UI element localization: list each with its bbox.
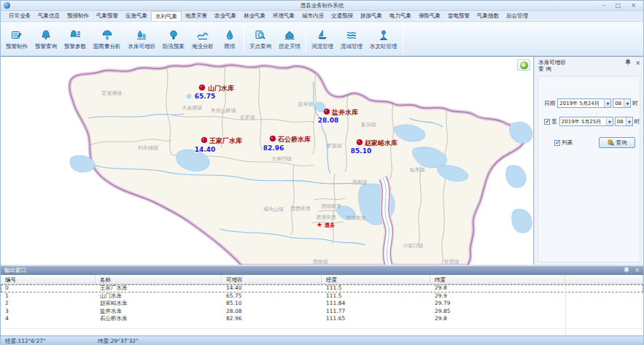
status-latitude: 纬度:29°37'32" bbox=[98, 338, 138, 345]
panel-section-title: 查 询 bbox=[538, 66, 640, 72]
date-label: 日期 bbox=[544, 100, 555, 107]
pin-icon[interactable] bbox=[625, 59, 631, 67]
tab-weather-warning[interactable]: 气象预警 bbox=[93, 11, 122, 21]
history-disaster-button[interactable]: 历史灾情 bbox=[275, 22, 304, 55]
hydro-station-mgmt-button[interactable]: 水文站管理 bbox=[366, 22, 401, 55]
table-header: 编号 名称 可增容 经度 纬度 bbox=[1, 275, 643, 284]
query-button[interactable]: 查询 bbox=[599, 137, 635, 148]
tab-insurance[interactable]: 保险气象 bbox=[415, 11, 444, 21]
table-row[interactable]: 3盐井水库 28.08111.77 29.85 bbox=[1, 308, 643, 316]
tab-env-weather[interactable]: 环境气象 bbox=[269, 11, 298, 21]
pin-icon[interactable] bbox=[624, 267, 629, 275]
col-longitude[interactable]: 经度 bbox=[322, 275, 430, 284]
menu-bar: 日常业务 气象信息 预报制作 气象预警 应急气象 水利气象 地质灾害 农业气象 … bbox=[1, 11, 643, 22]
tab-weather-info[interactable]: 气象信息 bbox=[34, 11, 63, 21]
tab-water-weather[interactable]: 水利气象 bbox=[151, 11, 182, 21]
tab-forest-weather[interactable]: 林业气象 bbox=[240, 11, 269, 21]
close-icon[interactable]: × bbox=[635, 60, 640, 66]
close-button[interactable]: × bbox=[631, 2, 636, 9]
warning-params-button[interactable]: 预警参数 bbox=[61, 22, 90, 55]
tab-urban-flood[interactable]: 城市内涝 bbox=[298, 11, 327, 21]
table-row[interactable]: 0王家厂水库 14.40111.5 29.8 bbox=[1, 284, 643, 292]
chevron-down-icon: ▼ bbox=[606, 117, 613, 125]
flood-plan-button[interactable]: 防汛预案 bbox=[159, 22, 188, 55]
toolbar-separator bbox=[403, 24, 403, 53]
river-mgmt-button[interactable]: 河流管理 bbox=[308, 22, 337, 55]
tab-power[interactable]: 电力气象 bbox=[386, 11, 415, 21]
from-date-select[interactable]: 2019年 5月24日 ▼ bbox=[557, 98, 611, 108]
query-icon bbox=[608, 139, 614, 146]
to-hour-select[interactable]: 08 ▼ bbox=[615, 117, 633, 126]
col-name[interactable]: 名称 bbox=[96, 275, 222, 284]
col-id[interactable]: 编号 bbox=[1, 275, 96, 284]
county-boundary bbox=[69, 64, 524, 265]
svg-text:涔南镇: 涔南镇 bbox=[352, 179, 368, 185]
svg-text:赵家峪水库: 赵家峪水库 bbox=[364, 139, 397, 147]
tab-traffic[interactable]: 交通预报 bbox=[327, 11, 357, 21]
tab-forecast-make[interactable]: 预报制作 bbox=[63, 11, 93, 21]
alert-edit-icon bbox=[9, 28, 24, 42]
svg-text:复兴镇: 复兴镇 bbox=[361, 122, 376, 128]
svg-text:甘溪滩镇: 甘溪滩镇 bbox=[101, 90, 122, 96]
tab-tourism[interactable]: 旅游气象 bbox=[357, 11, 386, 21]
tab-backend[interactable]: 后台管理 bbox=[503, 11, 532, 21]
minimize-button[interactable]: – bbox=[602, 2, 605, 9]
basin-mgmt-button[interactable]: 流域管理 bbox=[337, 22, 366, 55]
main-area: 甘溪滩镇 码头铺镇 火连坡镇 天供山林场 金罗镇 盐井镇 复兴镇 梦溪镇 大堰垱… bbox=[1, 56, 643, 265]
toolbar-separator bbox=[306, 24, 306, 53]
rainfall-analysis-button[interactable]: 面雨量分析 bbox=[90, 22, 125, 55]
chevron-down-icon: ▼ bbox=[604, 99, 610, 107]
map-view[interactable]: 甘溪滩镇 码头铺镇 火连坡镇 天供山林场 金罗镇 盐井镇 复兴镇 梦溪镇 大堰垱… bbox=[1, 57, 534, 265]
col-latitude[interactable]: 纬度 bbox=[430, 275, 565, 284]
svg-text:澧阳街道: 澧阳街道 bbox=[321, 203, 341, 209]
toolbar-group-water-mgmt: 河流管理 流域管理 水文站管理 bbox=[308, 22, 401, 55]
toolbar-group-warning: 预警制作 预警查询 预警参数 面雨量分析 水库可增容 bbox=[2, 22, 242, 55]
plus-icon: + bbox=[520, 61, 528, 69]
chevron-down-icon: ▼ bbox=[626, 117, 632, 125]
table-row[interactable]: 2赵家峪水库 85.10111.84 29.79 bbox=[1, 300, 643, 308]
to-checkbox[interactable]: ✔ bbox=[544, 119, 550, 125]
svg-text:85.10: 85.10 bbox=[351, 147, 371, 155]
map-add-button[interactable]: + bbox=[517, 59, 530, 71]
svg-text:澧西街道: 澧西街道 bbox=[290, 206, 311, 212]
rain-info-button[interactable]: 雨情 bbox=[217, 22, 242, 55]
raindrop-icon bbox=[222, 28, 237, 42]
tab-agri-weather[interactable]: 农业气象 bbox=[211, 11, 240, 21]
tab-lightning[interactable]: 雷电预警 bbox=[444, 11, 473, 21]
submerge-analysis-button[interactable]: 淹没分析 bbox=[188, 22, 217, 55]
tab-geo-disaster[interactable]: 地质灾害 bbox=[182, 11, 211, 21]
chevron-down-icon: ▼ bbox=[624, 99, 630, 107]
svg-text:澧南镇: 澧南镇 bbox=[313, 259, 328, 265]
submerge-wave-icon bbox=[195, 28, 210, 42]
tab-weather-index[interactable]: 气象指数 bbox=[473, 11, 503, 21]
basin-waves-icon bbox=[344, 28, 359, 42]
svg-text:天供山林场: 天供山林场 bbox=[211, 108, 236, 114]
svg-text:山门水库: 山门水库 bbox=[208, 85, 234, 92]
svg-text:澧县: 澧县 bbox=[324, 222, 335, 228]
svg-text:官垸镇: 官垸镇 bbox=[444, 259, 459, 265]
table-row[interactable]: 4石公桥水库 82.96111.65 29.8 bbox=[1, 315, 643, 323]
tab-emergency[interactable]: 应急气象 bbox=[122, 11, 151, 21]
window-title: 澧县业务制作系统 bbox=[1, 2, 643, 9]
toolbar: 预警制作 预警查询 预警参数 面雨量分析 水库可增容 bbox=[1, 22, 643, 56]
table-row[interactable]: 1山门水库 65.75111.5 29.9 bbox=[1, 292, 643, 301]
to-date-select[interactable]: 2019年 5月25日 ▼ bbox=[559, 117, 613, 126]
warning-query-button[interactable]: 预警查询 bbox=[31, 22, 61, 55]
query-form: 日期 2019年 5月24日 ▼ 08 ▼ 时 ✔ 至 2019年 5月2 bbox=[538, 76, 640, 263]
warning-make-button[interactable]: 预警制作 bbox=[2, 22, 31, 55]
disaster-point-query-button[interactable]: 灾点查询 bbox=[246, 22, 275, 55]
maximize-button[interactable]: □ bbox=[616, 2, 621, 9]
svg-text:王家厂水库: 王家厂水库 bbox=[209, 137, 242, 144]
from-hour-select[interactable]: 08 ▼ bbox=[613, 98, 631, 108]
col-capacity[interactable]: 可增容 bbox=[222, 275, 322, 284]
county-seat-marker: ★ 澧县 bbox=[317, 221, 335, 228]
tab-daily[interactable]: 日常业务 bbox=[5, 11, 34, 21]
rainfall-analysis-icon bbox=[100, 28, 115, 42]
close-icon[interactable]: × bbox=[635, 267, 640, 275]
hydro-station-icon bbox=[376, 28, 391, 42]
svg-text:大堰垱镇: 大堰垱镇 bbox=[271, 156, 292, 162]
svg-text:金罗镇: 金罗镇 bbox=[240, 115, 255, 120]
reservoir-capacity-button[interactable]: 水库可增容 bbox=[125, 22, 160, 55]
list-checkbox[interactable]: ✔ bbox=[554, 140, 560, 146]
disaster-search-icon bbox=[253, 28, 268, 42]
